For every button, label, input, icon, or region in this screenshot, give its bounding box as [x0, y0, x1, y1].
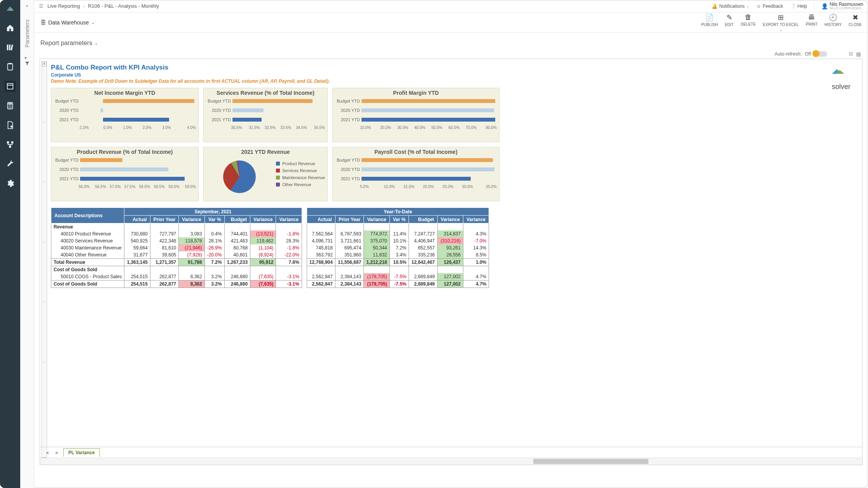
popout-icon[interactable]: ⧉ — [849, 51, 853, 57]
sheet-tabstrip: ◄ ► PL Variance — [40, 447, 862, 458]
topbar: ☰ Live Reporting › R106 - P&L - Analysis… — [34, 0, 868, 12]
database-icon: 🗄 — [40, 19, 46, 26]
svg-rect-18 — [7, 141, 9, 144]
pie-chart — [223, 160, 256, 193]
kpi-ytd_revenue: 2021 YTD RevenueProduct RevenueServices … — [203, 147, 328, 201]
svg-point-13 — [11, 106, 12, 106]
delete-icon: 🗑 — [745, 13, 752, 21]
svg-point-14 — [9, 107, 9, 108]
nav-report-icon[interactable] — [5, 81, 16, 92]
edit-button[interactable]: ✎EDIT — [725, 13, 734, 31]
svg-rect-5 — [8, 64, 13, 70]
svg-rect-6 — [9, 63, 11, 64]
pie-legend: Product RevenueServices RevenueMaintenan… — [276, 161, 325, 189]
nav-user-doc-icon[interactable] — [5, 120, 16, 131]
feedback-button[interactable]: ☺ Feedback — [756, 3, 783, 9]
svg-rect-7 — [7, 84, 13, 89]
kpi-charts-grid: Net Income Margin YTDBudget YTD2020 YTD2… — [51, 88, 854, 201]
notifications-button[interactable]: 🔔 Notifications ⌄ — [712, 3, 749, 9]
breadcrumb-root[interactable]: Live Reporting — [47, 3, 80, 9]
nav-settings-icon[interactable] — [5, 178, 16, 189]
kpi-net_income_margin: Net Income Margin YTDBudget YTD2020 YTD2… — [51, 88, 199, 142]
breadcrumb-page[interactable]: R106 - P&L - Analysis - Monthly — [88, 3, 159, 9]
breadcrumb: Live Reporting › R106 - P&L - Analysis -… — [47, 3, 159, 9]
nav-library-icon[interactable] — [5, 42, 16, 53]
report-subtitle: Corporate US — [51, 72, 854, 78]
print-icon: 🖶 — [808, 13, 815, 21]
help-button[interactable]: ❔ Help — [790, 3, 807, 9]
datasource-selector[interactable]: 🗄 Data Warehouse ⌄ — [40, 19, 94, 26]
svg-point-16 — [11, 107, 12, 108]
svg-point-17 — [10, 125, 12, 128]
nav-calculator-icon[interactable] — [5, 100, 16, 111]
publish-button[interactable]: 📄PUBLISH — [701, 13, 718, 31]
nav-home-icon[interactable] — [5, 23, 16, 33]
user-menu[interactable]: 👤 Nils Rasmussen NILS CORPDEMO — [821, 2, 863, 10]
nav-workflow-icon[interactable] — [5, 139, 16, 150]
kpi-title: Payroll Cost (% of Total Income) — [335, 149, 497, 155]
left-nav — [0, 0, 20, 488]
kpi-title: Profit Margin YTD — [335, 90, 497, 96]
svg-rect-10 — [8, 103, 12, 105]
report-viewer: + − solver P&L Combo Report with KPI Ana… — [40, 59, 863, 465]
report-parameters-toggle[interactable]: Report parameters ⌄ — [34, 33, 868, 51]
svg-rect-19 — [11, 141, 14, 144]
tab-next-icon[interactable]: ► — [53, 450, 61, 455]
expand-panel-icon[interactable]: » — [26, 3, 28, 9]
publish-icon: 📄 — [705, 13, 714, 22]
close-button[interactable]: ✖CLOSE — [849, 13, 862, 31]
print-button[interactable]: 🖶PRINT — [806, 13, 817, 31]
edit-icon: ✎ — [727, 13, 732, 22]
solver-logo: solver — [823, 68, 851, 91]
kpi-services_revenue: Services Revenue (% of Total Income)Budg… — [203, 88, 328, 142]
autorefresh-toggle[interactable] — [814, 51, 827, 57]
export-icon: ⊞ — [778, 13, 784, 22]
pl-table: Account DescriptionsSeptember, 2021Year-… — [51, 207, 854, 288]
grid-view-icon[interactable]: ▦ — [856, 51, 861, 57]
svg-point-15 — [10, 107, 10, 108]
menu-icon[interactable]: ☰ — [39, 3, 44, 9]
nav-clipboard-icon[interactable] — [5, 61, 16, 72]
report-note: Demo Note: Example of Drill Down to Subl… — [51, 78, 854, 84]
kpi-title: Services Revenue (% of Total Income) — [206, 90, 325, 96]
delete-button[interactable]: 🗑DELETE — [741, 13, 756, 31]
kpi-title: Net Income Margin YTD — [54, 90, 196, 96]
parameters-panel-collapsed: » Parameters ▾ — [20, 0, 34, 488]
kpi-title: 2021 YTD Revenue — [206, 149, 325, 155]
report-title: P&L Combo Report with KPI Analysis — [51, 64, 854, 71]
history-button[interactable]: 🕘HISTORY — [824, 13, 842, 31]
svg-rect-20 — [9, 146, 11, 148]
export-button[interactable]: ⊞EXPORT TO EXCEL⌄ — [763, 13, 799, 31]
autorefresh-bar: Auto-refresh: Off ⧉ ▦ — [34, 51, 868, 59]
horizontal-scrollbar[interactable] — [40, 458, 862, 465]
close-icon: ✖ — [852, 13, 858, 22]
tab-pl-variance[interactable]: PL Variance — [63, 448, 100, 457]
kpi-profit_margin: Profit Margin YTDBudget YTD2020 YTD2021 … — [332, 88, 499, 142]
history-icon: 🕘 — [829, 13, 837, 22]
kpi-product_revenue: Product Revenue (% of Total Income)Budge… — [51, 147, 199, 201]
svg-rect-4 — [11, 44, 13, 50]
nav-tools-icon[interactable] — [5, 159, 16, 169]
kpi-title: Product Revenue (% of Total Income) — [54, 149, 196, 155]
kpi-payroll_cost: Payroll Cost (% of Total Income)Budget Y… — [332, 147, 499, 201]
toolbar: 🗄 Data Warehouse ⌄ 📄PUBLISH ✎EDIT 🗑DELET… — [34, 12, 868, 33]
parameters-label: Parameters — [24, 19, 30, 47]
tab-prev-icon[interactable]: ◄ — [43, 450, 51, 455]
svg-point-11 — [9, 106, 9, 106]
nav-logo-icon[interactable] — [5, 3, 16, 14]
filter-icon[interactable]: ▾ — [24, 55, 30, 66]
svg-point-12 — [10, 106, 10, 106]
svg-rect-2 — [7, 45, 9, 51]
svg-rect-3 — [9, 45, 10, 51]
